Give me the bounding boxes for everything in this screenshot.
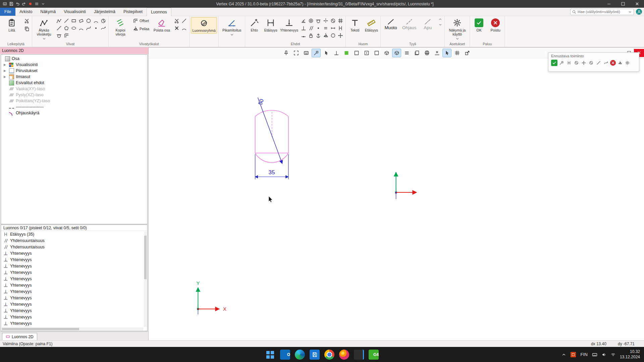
constraint-row[interactable]: Yhtenevyys	[1, 263, 147, 269]
constraint-row[interactable]: Yhtenevyys	[1, 314, 147, 320]
tool-tangent-line[interactable]	[55, 32, 63, 39]
chevron-down-icon[interactable]	[628, 10, 632, 14]
constraint-row[interactable]: Yhtenevyys	[1, 282, 147, 288]
expander-icon[interactable]: ▶	[4, 75, 7, 78]
constraint-mirror[interactable]	[322, 32, 329, 39]
fillet-button[interactable]	[180, 24, 188, 32]
canvas-tool-select[interactable]	[442, 49, 451, 57]
tool-rectangle-rotated[interactable]	[77, 17, 85, 24]
tool-rectangle[interactable]	[70, 17, 77, 24]
tree-item-osa[interactable]: ▶ Osa	[1, 56, 147, 62]
style-aux-button[interactable]: Apu	[419, 17, 436, 32]
constraint-pattern[interactable]	[337, 17, 344, 24]
predict-curve-button[interactable]	[603, 60, 609, 66]
constraint-perpendicular[interactable]	[300, 24, 307, 32]
dimension-50[interactable]: 50	[257, 98, 282, 164]
canvas-tool-grid-toggle[interactable]	[342, 49, 351, 57]
tool-line-angle[interactable]	[55, 24, 63, 32]
language-indicator[interactable]: FIN	[580, 352, 587, 357]
predict-line-button[interactable]	[595, 60, 602, 66]
constraint-row[interactable]: Yhtenevyys	[1, 276, 147, 282]
canvas-tool-ortho[interactable]	[332, 49, 341, 57]
taskbar-code-app[interactable]	[354, 350, 364, 360]
tab-luonnos-2d[interactable]: Luonnos 2D	[2, 333, 37, 340]
menu-tab-pistepilvet[interactable]: Pistepilvet	[119, 8, 147, 16]
qat-customize-button[interactable]	[41, 2, 45, 6]
constraint-move[interactable]	[337, 32, 344, 39]
canvas-tool-export-view[interactable]	[463, 49, 472, 57]
vertical-scrollbar[interactable]	[144, 232, 147, 327]
constraint-parallel[interactable]	[307, 24, 315, 32]
constraint-row[interactable]: Yhtenevyys	[1, 295, 147, 301]
note-distance-button[interactable]: Etäisyys	[364, 17, 379, 33]
predict-settings-button[interactable]	[624, 60, 631, 66]
constraint-angle[interactable]	[300, 17, 307, 24]
constraint-row[interactable]: Etäisyys (35)	[1, 231, 147, 237]
canvas-tool-view-center[interactable]	[362, 49, 371, 57]
constraint-row[interactable]: Yhdensuuntaisuus	[1, 244, 147, 250]
constraint-row[interactable]: Yhtenevyys	[1, 269, 147, 276]
constraint-row[interactable]: Yhtenevyys	[1, 320, 147, 326]
sketch-group-button[interactable]: Luonnosryhmä	[191, 17, 217, 34]
ok-button[interactable]: OK	[471, 17, 487, 33]
predict-cancel-button[interactable]	[610, 60, 616, 66]
constraint-row[interactable]: Yhtenevyys	[1, 301, 147, 307]
style-guide-button[interactable]: Ohjaus	[400, 17, 418, 32]
tree-item-pysty-xz-taso[interactable]: ▶ Pysty(XZ)-taso	[1, 92, 147, 98]
tool-circle[interactable]	[85, 17, 92, 24]
menu-tab-jarjestelma[interactable]: Järjestelmä	[90, 8, 119, 16]
redo-button[interactable]	[22, 2, 26, 6]
constraint-coincident[interactable]	[315, 24, 322, 32]
tool-fillet[interactable]	[63, 32, 70, 39]
canvas-tool-delete-aux[interactable]	[432, 49, 441, 57]
canvas-tool-view-3d[interactable]	[382, 49, 391, 57]
style-up-button[interactable]	[438, 17, 442, 21]
expander-icon[interactable]: ▶	[4, 63, 7, 66]
constraint-exclude[interactable]	[329, 17, 337, 24]
tree-item-poikittais-yz-taso[interactable]: ▶ Poikittais(YZ)-taso	[1, 98, 147, 104]
canvas-tool-snap-cursor[interactable]	[322, 49, 331, 57]
sketch-view[interactable]: 35 50 Y X	[149, 48, 644, 340]
taskbar-edge[interactable]	[295, 350, 305, 360]
exit-button[interactable]: Poistu	[488, 17, 503, 33]
tool-polygon[interactable]	[63, 24, 70, 32]
tool-arc[interactable]	[92, 17, 100, 24]
predict-dimension-button[interactable]	[566, 60, 572, 66]
tool-smart-chain[interactable]	[55, 17, 63, 24]
copy-lines-button[interactable]: Kopioi viivoja	[110, 17, 131, 37]
file-menu-button[interactable]: File	[0, 8, 15, 16]
canvas-tool-grid-settings[interactable]	[452, 49, 462, 57]
canvas-tool-numeric-input[interactable]	[302, 49, 311, 57]
constraint-midpoint[interactable]	[300, 32, 307, 39]
menu-tab-arkisto[interactable]: Arkisto	[15, 8, 36, 16]
taskbar-chrome[interactable]	[324, 350, 334, 360]
tray-chevron-up-icon[interactable]	[561, 352, 566, 357]
constraint-row[interactable]: Yhtenevyys	[1, 250, 147, 256]
offset-button[interactable]: Offset	[132, 17, 150, 24]
speaker-icon[interactable]	[602, 352, 606, 357]
predict-move-button[interactable]	[581, 60, 587, 66]
tree-item-esivalitut-ehdot[interactable]: ▶ Esivalitut ehdot	[1, 80, 147, 86]
menu-tab-nakyma[interactable]: Näkymä	[36, 8, 60, 16]
coincidence-button[interactable]: Yhtenevyys	[279, 17, 299, 33]
search-box[interactable]	[570, 9, 634, 15]
tree-item-separator[interactable]: ▶ --------------------	[1, 104, 147, 110]
constraint-concentric[interactable]	[307, 17, 315, 24]
scrollbar-thumb[interactable]	[144, 236, 147, 279]
taskbar-save-app[interactable]	[310, 350, 320, 360]
tool-sector[interactable]	[100, 17, 107, 24]
constraint-lock[interactable]	[307, 32, 315, 39]
canvas-tool-view-3d-shaded[interactable]	[392, 49, 401, 57]
maximize-icon[interactable]	[616, 0, 630, 8]
remove-part-button[interactable]: Poista osa	[151, 17, 172, 33]
dimension-35-value[interactable]: 35	[269, 169, 275, 176]
tool-spline[interactable]	[85, 24, 92, 32]
scrollbar-thumb[interactable]	[2, 328, 79, 330]
canvas-tool-print[interactable]	[422, 49, 431, 57]
canvas-tool-layers[interactable]	[412, 49, 421, 57]
list-button[interactable]	[35, 2, 39, 6]
extend-button[interactable]	[180, 17, 188, 24]
copy-button[interactable]	[23, 25, 31, 33]
menu-tab-luonnos[interactable]: Luonnos	[147, 8, 171, 16]
canvas-tool-snap-points[interactable]	[312, 49, 321, 57]
